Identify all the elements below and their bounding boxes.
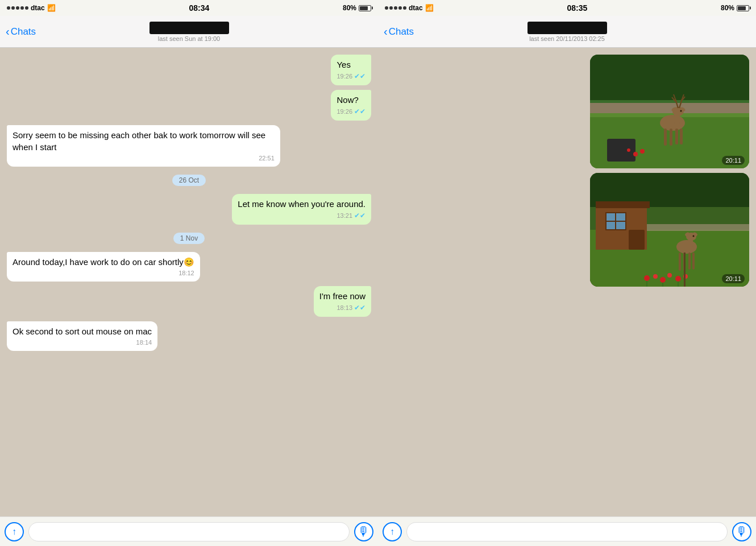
nav-bar-2: ‹ Chats last seen 20/11/2013 02:25 (378, 16, 756, 48)
status-bar-2: dtac 📶 08:35 80% (378, 0, 756, 16)
bubble-now: Now? 19:26 ✔✔ (331, 90, 371, 121)
mic-button-1[interactable]: 🎙 (354, 522, 373, 541)
message-input-1[interactable] (28, 522, 350, 541)
status-bar-1: dtac 📶 08:34 80% (0, 0, 378, 16)
last-seen-2: last seen 20/11/2013 02:25 (529, 35, 605, 42)
bubble-aroundtoday: Around today,I have work to do on car sh… (7, 252, 200, 282)
time-display-2: 08:35 (567, 3, 587, 13)
bubble-text: I'm free now (319, 291, 365, 301)
message-row-oksecond: Ok second to sort out mouse on mac 18:14 (7, 321, 371, 351)
bubble-sorry: Sorry seem to be missing each other bak … (7, 125, 280, 167)
message-row-imfreenow: I'm free now 18:13 ✔✔ (7, 286, 371, 317)
bubble-letmeknow: Let me know when you're around. 13:21 ✔✔ (232, 194, 371, 225)
contact-name-redacted-2 (527, 22, 607, 34)
battery-icon-2 (737, 5, 749, 11)
svg-rect-39 (692, 253, 695, 270)
photo-bubble-2[interactable]: 20:11 (590, 173, 749, 287)
svg-point-23 (640, 149, 645, 154)
svg-rect-38 (688, 253, 691, 270)
bubble-text: Ok second to sort out mouse on mac (13, 326, 152, 336)
svg-point-46 (653, 274, 658, 279)
message-row-yes: Yes 19:26 ✔✔ (7, 55, 371, 85)
chat-area-2[interactable]: 20:11 (378, 48, 756, 516)
photo-image-1: 20:11 (590, 55, 749, 168)
signal-icon-2 (385, 6, 406, 10)
bubble-meta: 18:12 (13, 269, 194, 278)
battery-percent-2: 80% (721, 4, 734, 12)
date-divider-1nov: 1 Nov (5, 233, 373, 244)
svg-rect-33 (629, 230, 645, 250)
svg-rect-4 (590, 103, 749, 113)
bubble-meta: 22:51 (13, 154, 275, 163)
svg-rect-29 (596, 201, 650, 208)
svg-point-24 (627, 148, 630, 152)
svg-point-5 (660, 115, 685, 131)
svg-rect-6 (664, 129, 667, 146)
time-display-1: 08:34 (189, 3, 209, 13)
svg-point-48 (667, 273, 672, 278)
photo-row-2: 20:11 (385, 173, 749, 287)
upload-button-2[interactable]: ↑ (383, 522, 402, 541)
bubble-text: Yes (337, 60, 350, 69)
svg-point-49 (675, 276, 681, 282)
phone-screen-1: dtac 📶 08:34 80% ‹ Chats last seen Sun a… (0, 0, 378, 546)
svg-rect-34 (647, 224, 749, 231)
chevron-left-icon: ‹ (6, 25, 10, 38)
photo-row-1: 20:11 (385, 55, 749, 168)
contact-name-redacted-1 (149, 22, 229, 34)
svg-point-22 (633, 152, 638, 156)
bubble-imfreenow: I'm free now 18:13 ✔✔ (314, 286, 371, 317)
back-label-2: Chats (389, 26, 414, 38)
input-bar-1: ↑ 🎙 (0, 516, 378, 546)
svg-rect-36 (679, 253, 681, 271)
battery-icon-1 (359, 5, 371, 11)
date-badge: 26 Oct (172, 175, 206, 186)
message-input-2[interactable] (406, 522, 728, 541)
svg-point-20 (680, 110, 682, 112)
svg-point-44 (693, 235, 695, 237)
status-left-1: dtac 📶 (7, 4, 56, 12)
nav-center-2: last seen 20/11/2013 02:25 (527, 22, 607, 42)
last-seen-1: last seen Sun at 19:00 (158, 35, 220, 42)
bubble-oksecond: Ok second to sort out mouse on mac 18:14 (7, 321, 157, 351)
input-bar-2: ↑ 🎙 (378, 516, 756, 546)
status-right-2: 80% (721, 4, 749, 12)
back-button-2[interactable]: ‹ Chats (384, 25, 414, 38)
message-row-sorry: Sorry seem to be missing each other bak … (7, 125, 371, 167)
chat-area-1[interactable]: Yes 19:26 ✔✔ Now? 19:26 ✔✔ Sorry seem to… (0, 48, 378, 516)
bubble-yes: Yes 19:26 ✔✔ (331, 55, 371, 85)
phone-screen-2: dtac 📶 08:35 80% ‹ Chats last seen 20/11… (378, 0, 756, 546)
carrier-label-2: dtac (409, 4, 423, 12)
nav-center-1: last seen Sun at 19:00 (149, 22, 229, 42)
chevron-left-icon-2: ‹ (384, 25, 388, 38)
svg-rect-7 (670, 129, 672, 146)
bubble-meta: 18:14 (13, 338, 152, 347)
status-left-2: dtac 📶 (385, 4, 434, 12)
message-row-aroundtoday: Around today,I have work to do on car sh… (7, 252, 371, 282)
photo-image-2: 20:11 (590, 173, 749, 287)
bubble-text: Around today,I have work to do on car sh… (13, 257, 194, 267)
nav-bar-1: ‹ Chats last seen Sun at 19:00 (0, 16, 378, 48)
bubble-text: Now? (337, 95, 358, 105)
bubble-meta: 13:21 ✔✔ (238, 211, 365, 221)
back-button-1[interactable]: ‹ Chats (6, 25, 36, 38)
bubble-meta: 19:26 ✔✔ (337, 107, 365, 117)
wifi-icon: 📶 (47, 4, 56, 12)
photo-bubble-1[interactable]: 20:11 (590, 55, 749, 168)
status-right-1: 80% (343, 4, 371, 12)
upload-icon: ↑ (12, 527, 16, 537)
svg-point-35 (676, 240, 697, 254)
signal-icon (7, 6, 28, 10)
message-row-now: Now? 19:26 ✔✔ (7, 90, 371, 121)
mic-icon-2: 🎙 (736, 524, 748, 539)
svg-point-45 (644, 275, 650, 281)
svg-point-47 (660, 277, 666, 283)
date-divider-26oct: 26 Oct (5, 175, 373, 186)
upload-icon-2: ↑ (390, 527, 394, 537)
carrier-label: dtac (31, 4, 45, 12)
upload-button-1[interactable]: ↑ (5, 522, 24, 541)
battery-percent-1: 80% (343, 4, 356, 12)
svg-rect-8 (675, 129, 678, 144)
mic-button-2[interactable]: 🎙 (732, 522, 751, 541)
bubble-text: Let me know when you're around. (238, 199, 365, 209)
